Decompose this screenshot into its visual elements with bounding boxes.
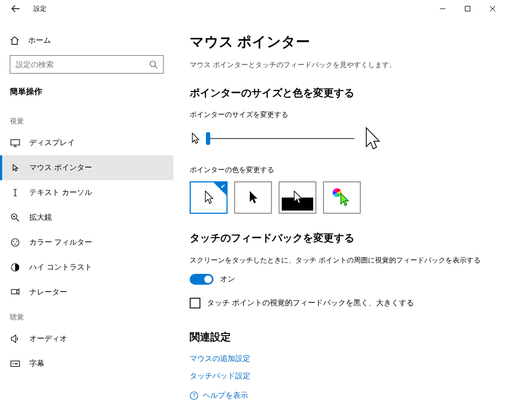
pointer-color-options: ✔ — [190, 181, 483, 214]
cursor-inverted-icon — [292, 190, 303, 205]
svg-point-7 — [15, 244, 16, 245]
search-input[interactable] — [16, 60, 149, 69]
link-touchpad[interactable]: タッチパッド設定 — [190, 371, 483, 381]
titlebar: 設定 — [0, 0, 505, 17]
sidebar-item-label: 拡大鏡 — [29, 213, 52, 222]
magnifier-icon — [10, 213, 21, 222]
back-button[interactable] — [10, 4, 22, 13]
touch-desc: スクリーンをタッチしたときに、タッチ ポイントの周囲に視覚的フィードバックを表示… — [190, 255, 483, 266]
section-related: 関連設定 — [190, 330, 483, 344]
page-title: マウス ポインター — [190, 32, 483, 51]
svg-rect-2 — [11, 140, 20, 145]
svg-point-4 — [11, 239, 19, 246]
check-icon: ✔ — [221, 183, 225, 190]
sidebar-item-label: カラー フィルター — [29, 238, 92, 247]
cursor-click-icon — [10, 163, 21, 173]
touch-feedback-toggle-row: オン — [190, 274, 483, 285]
large-cursor-icon — [362, 126, 381, 151]
sidebar-item-label: 字幕 — [29, 359, 44, 369]
pointer-color-black[interactable] — [234, 181, 272, 214]
home-icon — [10, 36, 20, 45]
palette-icon — [10, 238, 21, 247]
sidebar-item-label: マウス ポインター — [29, 163, 92, 173]
color-wheel-cursor-icon — [331, 187, 353, 208]
speaker-icon — [10, 334, 21, 344]
sidebar-item-label: テキスト カーソル — [29, 188, 92, 198]
cursor-white-icon — [203, 190, 215, 205]
sidebar-category: 簡単操作 — [0, 81, 173, 109]
section-size-color: ポインターのサイズと色を変更する — [190, 86, 483, 100]
svg-point-6 — [16, 241, 17, 242]
sidebar-item-captions[interactable]: 字幕 — [0, 351, 173, 376]
touch-feedback-toggle[interactable] — [190, 274, 213, 285]
svg-point-1 — [150, 61, 156, 67]
minimize-icon — [440, 6, 445, 11]
captions-icon — [10, 359, 21, 369]
help-icon: ? — [190, 391, 198, 400]
sidebar-home-label: ホーム — [28, 36, 51, 45]
pointer-color-inverted[interactable] — [279, 181, 316, 214]
contrast-icon — [10, 262, 21, 272]
sidebar-item-color-filters[interactable]: カラー フィルター — [0, 230, 173, 255]
sidebar-item-label: ハイ コントラスト — [29, 262, 92, 272]
window-title: 設定 — [34, 4, 47, 14]
sidebar-home[interactable]: ホーム — [0, 32, 173, 55]
narrator-icon — [10, 287, 21, 297]
checkbox-label: タッチ ポイントの視覚的フィードバックを黒く、大きくする — [207, 298, 414, 308]
touch-dark-large-checkbox[interactable] — [190, 298, 200, 309]
sidebar-item-display[interactable]: ディスプレイ — [0, 130, 173, 155]
maximize-icon — [465, 6, 470, 11]
color-label: ポインターの色を変更する — [190, 165, 483, 175]
sidebar-section-hearing: 聴覚 — [0, 305, 173, 326]
search-icon — [149, 60, 158, 69]
size-label: ポインターのサイズを変更する — [190, 110, 483, 120]
close-button[interactable] — [480, 0, 505, 17]
svg-point-5 — [13, 241, 14, 242]
sidebar-item-high-contrast[interactable]: ハイ コントラスト — [0, 255, 173, 280]
related-links: マウスの追加設定 タッチパッド設定 — [190, 354, 483, 381]
pointer-color-custom[interactable] — [323, 181, 361, 214]
sidebar-item-narrator[interactable]: ナレーター — [0, 280, 173, 305]
help-label: ヘルプを表示 — [203, 391, 248, 401]
link-mouse-additional[interactable]: マウスの追加設定 — [190, 354, 483, 364]
section-touch: タッチのフィードバックを変更する — [190, 231, 483, 245]
pointer-size-slider-row — [190, 126, 483, 151]
sidebar-item-audio[interactable]: オーディオ — [0, 326, 173, 351]
sidebar-section-vision: 視覚 — [0, 109, 173, 130]
close-icon — [490, 6, 495, 11]
help-link[interactable]: ? ヘルプを表示 — [190, 391, 483, 401]
monitor-icon — [10, 138, 21, 148]
pointer-color-white[interactable]: ✔ — [190, 181, 228, 214]
toggle-label: オン — [220, 274, 235, 284]
svg-rect-0 — [465, 6, 470, 11]
small-cursor-icon — [190, 132, 200, 146]
svg-text:?: ? — [192, 393, 196, 399]
sidebar-item-mouse-pointer[interactable]: マウス ポインター — [0, 155, 173, 180]
touch-dark-large-row[interactable]: タッチ ポイントの視覚的フィードバックを黒く、大きくする — [190, 298, 483, 309]
slider-thumb[interactable] — [206, 132, 210, 145]
sidebar-item-label: ナレーター — [29, 287, 67, 297]
minimize-button[interactable] — [430, 0, 455, 17]
sidebar: ホーム 簡単操作 視覚 ディスプレイ マウス ポインター テキスト カーソル 拡… — [0, 17, 173, 420]
maximize-button[interactable] — [455, 0, 480, 17]
page-desc: マウス ポインターとタッチのフィードバックを見やすくします。 — [190, 60, 483, 70]
pointer-size-slider[interactable] — [208, 138, 354, 139]
sidebar-item-text-cursor[interactable]: テキスト カーソル — [0, 180, 173, 205]
svg-rect-9 — [11, 290, 17, 294]
sidebar-item-magnifier[interactable]: 拡大鏡 — [0, 205, 173, 230]
sidebar-item-label: ディスプレイ — [29, 138, 75, 148]
search-box[interactable] — [10, 55, 164, 74]
text-cursor-icon — [10, 188, 21, 198]
arrow-left-icon — [11, 4, 20, 13]
cursor-black-icon — [247, 190, 259, 205]
sidebar-item-label: オーディオ — [29, 334, 67, 344]
main-content: マウス ポインター マウス ポインターとタッチのフィードバックを見やすくします。… — [173, 17, 505, 420]
